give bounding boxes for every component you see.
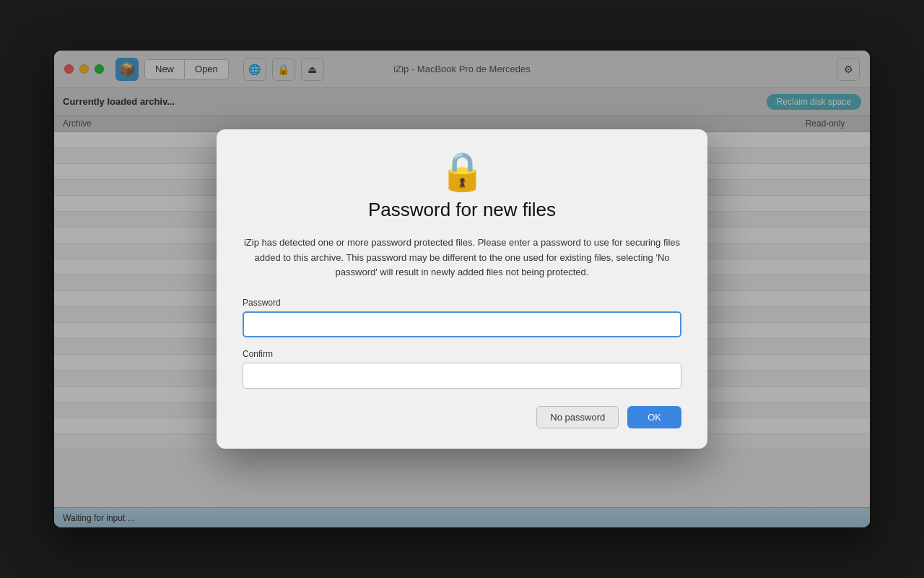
dialog-actions: No password OK	[243, 406, 681, 428]
password-dialog: 🔒 Password for new files iZip has detect…	[217, 129, 707, 449]
dialog-overlay: 🔒 Password for new files iZip has detect…	[54, 51, 870, 527]
dialog-title: Password for new files	[368, 199, 556, 221]
password-label: Password	[243, 298, 681, 308]
main-window: 📦 New Open 🌐 🔒 ⏏ iZip - MacBook Pro de M…	[54, 51, 870, 527]
no-password-button[interactable]: No password	[536, 406, 619, 428]
confirm-label: Confirm	[243, 349, 681, 359]
lock-icon: 🔒	[439, 152, 486, 190]
password-group: Password	[243, 298, 681, 337]
password-input[interactable]	[243, 311, 681, 337]
dialog-header: 🔒 Password for new files	[243, 152, 681, 221]
dialog-description: iZip has detected one or more password p…	[243, 236, 681, 280]
ok-button[interactable]: OK	[627, 406, 681, 428]
confirm-group: Confirm	[243, 349, 681, 389]
confirm-input[interactable]	[243, 363, 681, 389]
